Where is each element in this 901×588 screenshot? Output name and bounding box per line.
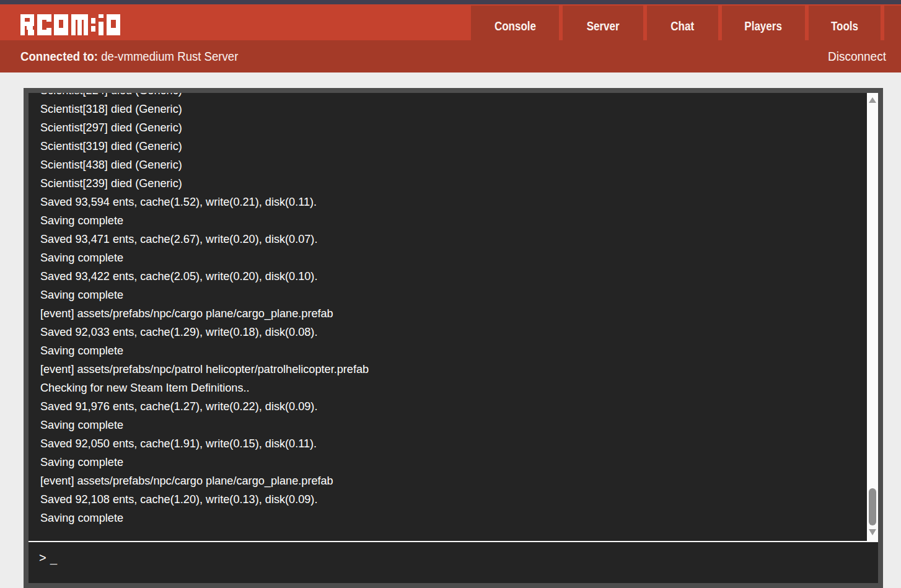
main-nav: ConsoleServerChatPlayersTools — [471, 6, 881, 40]
top-accent-bar — [0, 0, 901, 4]
scroll-down-arrow[interactable] — [869, 529, 876, 535]
logo-text: RCON:iO — [120, 14, 121, 15]
log-line: Saving complete — [40, 286, 850, 304]
log-line: Scientist[239] died (Generic) — [40, 174, 850, 193]
scroll-up-arrow[interactable] — [869, 97, 876, 103]
console-log[interactable]: Scientist[224] died (Generic)Scientist[3… — [29, 93, 867, 541]
nav-tab[interactable]: Tools — [809, 6, 881, 40]
console-scrollbar[interactable] — [867, 93, 878, 541]
log-line: Scientist[319] died (Generic) — [40, 137, 850, 156]
log-line: Checking for new Steam Item Definitions.… — [40, 379, 850, 397]
server-name: de-vmmedium Rust Server — [101, 50, 238, 64]
log-line: Saving complete — [40, 509, 850, 527]
log-line: [event] assets/prefabs/npc/cargo plane/c… — [40, 304, 850, 323]
nav-tab-partial[interactable] — [884, 6, 901, 40]
console-panel: Scientist[224] died (Generic)Scientist[3… — [24, 88, 883, 588]
log-line: Saved 92,050 ents, cache(1.91), write(0.… — [40, 434, 850, 453]
connection-status-bar: Connected to: de-vmmedium Rust Server Di… — [0, 40, 901, 72]
console-input-row[interactable]: > _ — [29, 542, 878, 583]
log-line: Scientist[297] died (Generic) — [40, 118, 850, 137]
prompt-symbol: > — [39, 551, 46, 565]
log-line: Saved 92,108 ents, cache(1.20), write(0.… — [40, 490, 850, 509]
log-line: Scientist[438] died (Generic) — [40, 156, 850, 174]
log-line: Saved 93,471 ents, cache(2.67), write(0.… — [40, 230, 850, 248]
log-line: Saving complete — [40, 341, 850, 360]
log-line: Saving complete — [40, 416, 850, 434]
nav-tab[interactable]: Chat — [647, 6, 718, 40]
nav-tab[interactable]: Console — [471, 6, 559, 40]
connection-status: Connected to: de-vmmedium Rust Server — [20, 40, 238, 72]
disconnect-button[interactable]: Disconnect — [828, 40, 886, 72]
log-line: Saving complete — [40, 248, 850, 267]
log-line: Saving complete — [40, 211, 850, 230]
input-cursor: _ — [50, 551, 57, 565]
log-line: [event] assets/prefabs/npc/patrol helico… — [40, 360, 850, 379]
app-header: RCON:iO ConsoleServerChatPlayersTools — [0, 4, 901, 40]
log-line: Saved 92,033 ents, cache(1.29), write(0.… — [40, 323, 850, 341]
log-line: [event] assets/prefabs/npc/cargo plane/c… — [40, 472, 850, 490]
log-line: Scientist[224] died (Generic) — [40, 93, 850, 100]
log-line: Scientist[318] died (Generic) — [40, 100, 850, 118]
connected-to-label: Connected to: — [20, 50, 98, 64]
log-line: Saved 91,976 ents, cache(1.27), write(0.… — [40, 397, 850, 416]
nav-tab[interactable]: Server — [563, 6, 643, 40]
log-line: Saving complete — [40, 453, 850, 472]
scrollbar-thumb[interactable] — [869, 488, 876, 525]
log-line: Saved 93,422 ents, cache(2.05), write(0.… — [40, 267, 850, 286]
rcon-io-logo-image — [20, 14, 120, 35]
log-line: Saved 93,594 ents, cache(1.52), write(0.… — [40, 193, 850, 211]
nav-tab[interactable]: Players — [722, 6, 805, 40]
rcon-io-logo[interactable]: RCON:iO — [20, 14, 120, 35]
page-background: Scientist[224] died (Generic)Scientist[3… — [0, 72, 901, 588]
